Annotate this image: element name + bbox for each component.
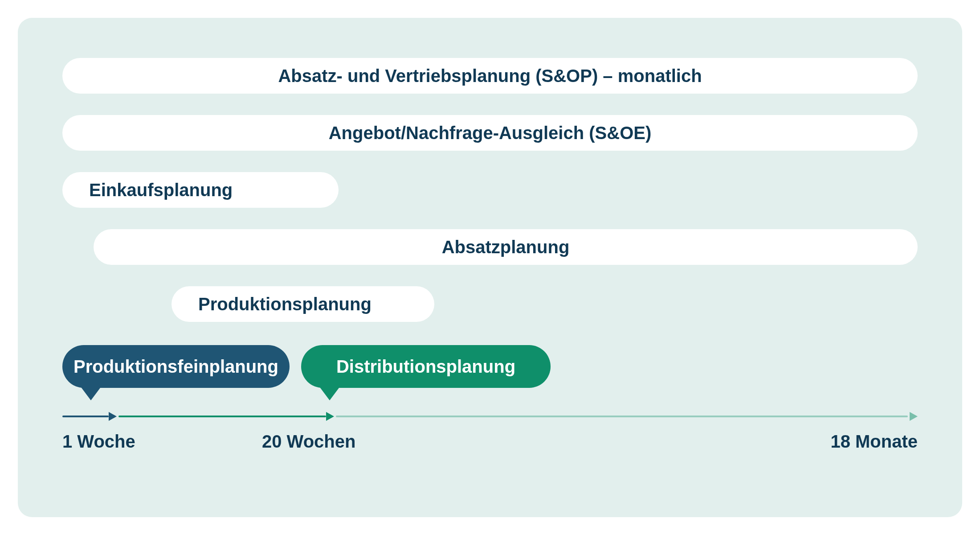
row-einkauf: Einkaufsplanung (62, 172, 339, 208)
row-soe-label: Angebot/Nachfrage-Ausgleich (S&OE) (329, 123, 652, 143)
timeline-label-right: 18 Monate (830, 432, 918, 452)
timeline-seg-20wochen (118, 416, 326, 417)
row-absatz: Absatzplanung (94, 229, 918, 265)
row-absatz-label: Absatzplanung (442, 237, 570, 257)
timeline-seg-1woche (62, 416, 109, 417)
bubble-feinplanung-label: Produktionsfeinplanung (74, 357, 278, 377)
timeline-label-left: 1 Woche (62, 432, 135, 452)
diagram-panel: Absatz- und Vertriebsplanung (S&OP) – mo… (18, 18, 962, 517)
row-produktion: Produktionsplanung (172, 286, 434, 322)
bubble-distribution: Distributionsplanung (301, 345, 551, 388)
timeline-label-mid: 20 Wochen (262, 432, 355, 452)
bubble-feinplanung: Produktionsfeinplanung (62, 345, 290, 388)
row-soe: Angebot/Nachfrage-Ausgleich (S&OE) (62, 115, 918, 151)
timeline-arrow-20wochen (326, 412, 334, 421)
row-produktion-label: Produktionsplanung (198, 294, 372, 314)
timeline-arrow-18monate (910, 412, 918, 421)
row-sop-label: Absatz- und Vertriebsplanung (S&OP) – mo… (278, 66, 702, 86)
row-einkauf-label: Einkaufsplanung (89, 180, 233, 200)
timeline-arrow-1woche (109, 412, 117, 421)
bubble-distribution-tail (319, 386, 340, 400)
row-sop: Absatz- und Vertriebsplanung (S&OP) – mo… (62, 58, 918, 94)
timeline (62, 416, 918, 418)
bubble-feinplanung-tail (80, 386, 102, 400)
timeline-seg-18monate (336, 416, 908, 417)
bubble-distribution-label: Distributionsplanung (336, 357, 515, 377)
